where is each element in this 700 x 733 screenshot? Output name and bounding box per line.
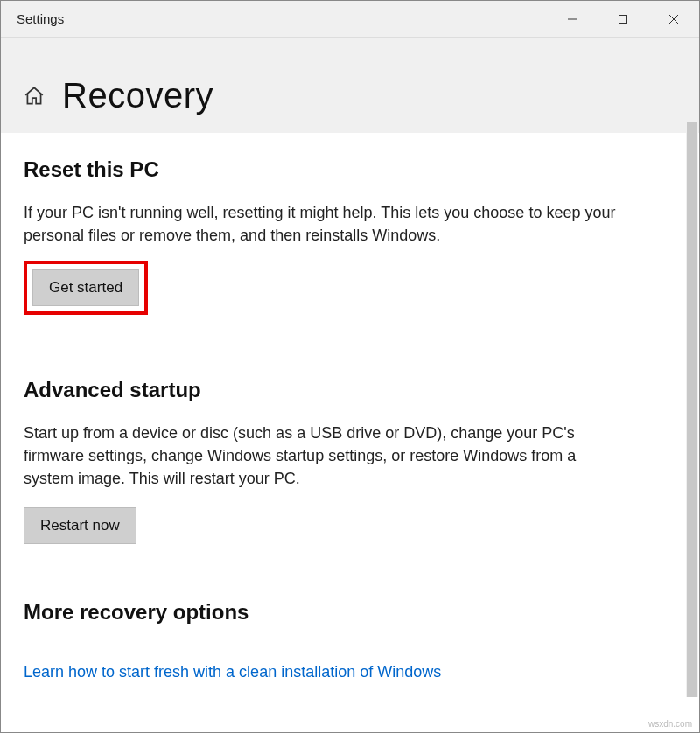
more-recovery-heading: More recovery options — [24, 600, 676, 625]
maximize-button[interactable] — [598, 1, 648, 37]
svg-rect-1 — [620, 15, 627, 23]
advanced-startup-description: Start up from a device or disc (such as … — [24, 422, 619, 490]
section-more-recovery-options: More recovery options Learn how to start… — [24, 600, 676, 681]
close-icon — [668, 14, 679, 24]
reset-pc-description: If your PC isn't running well, resetting… — [24, 201, 619, 247]
home-icon-svg — [23, 85, 46, 108]
content-area: Reset this PC If your PC isn't running w… — [1, 133, 699, 699]
minimize-button[interactable] — [547, 1, 598, 37]
vertical-scrollbar[interactable] — [686, 122, 698, 697]
reset-pc-heading: Reset this PC — [24, 157, 676, 182]
watermark: wsxdn.com — [648, 719, 692, 729]
titlebar: Settings — [1, 1, 699, 38]
scroll-thumb[interactable] — [687, 122, 697, 697]
section-reset-pc: Reset this PC If your PC isn't running w… — [24, 157, 676, 315]
home-icon[interactable] — [22, 84, 46, 108]
maximize-icon — [618, 14, 628, 24]
advanced-startup-heading: Advanced startup — [24, 378, 676, 402]
window-title: Settings — [1, 11, 64, 26]
page-title: Recovery — [62, 76, 214, 115]
restart-now-button[interactable]: Restart now — [24, 507, 136, 544]
page-header: Recovery — [1, 38, 699, 133]
start-fresh-link[interactable]: Learn how to start fresh with a clean in… — [24, 663, 441, 681]
window-controls — [547, 1, 699, 37]
minimize-icon — [567, 14, 578, 24]
highlight-annotation: Get started — [24, 261, 148, 315]
get-started-button[interactable]: Get started — [32, 269, 139, 306]
close-button[interactable] — [648, 1, 699, 37]
section-advanced-startup: Advanced startup Start up from a device … — [24, 378, 676, 544]
